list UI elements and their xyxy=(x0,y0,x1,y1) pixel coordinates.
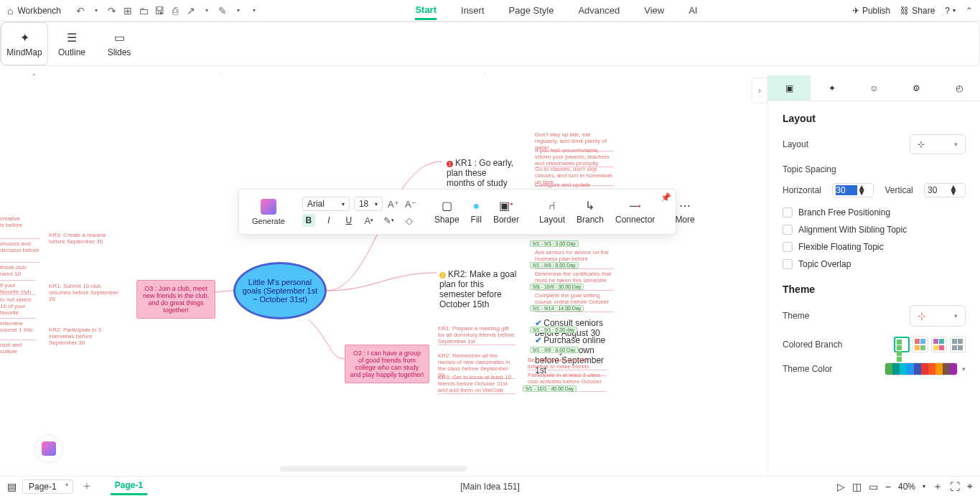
tab-view[interactable]: View xyxy=(644,2,664,19)
new-icon[interactable]: ⊞ xyxy=(121,4,134,17)
central-topic[interactable]: Little M's personal goals (September 1st… xyxy=(233,262,327,319)
vertical-input[interactable] xyxy=(928,185,949,195)
kr-left-1[interactable]: KR1: Submit 10 club resumes before Septe… xyxy=(49,283,121,302)
italic-icon[interactable]: I xyxy=(322,214,335,227)
cb-swatch-2[interactable] xyxy=(913,337,928,352)
node-o2[interactable]: O2 : I can have a group of good friends … xyxy=(345,345,429,383)
o2-kr-2[interactable]: KR3: Get to know at least 10 friends bef… xyxy=(438,374,515,394)
border-button[interactable]: ▣●Border xyxy=(487,200,525,225)
horizontal-scrollbar[interactable] xyxy=(280,466,467,472)
sidetab-history[interactable]: ◴ xyxy=(938,75,980,100)
zoom-value[interactable]: 40% xyxy=(898,482,915,492)
o2-kr-0[interactable]: KR1: Prepare a meeting gift for all dorm… xyxy=(438,325,515,345)
save-icon[interactable]: 🖫 xyxy=(153,4,166,17)
theme-color-strip[interactable] xyxy=(885,362,958,375)
pin-icon[interactable]: 📌 xyxy=(661,192,671,202)
checkbox-icon[interactable] xyxy=(783,259,793,269)
zoom-out-icon[interactable]: − xyxy=(885,481,891,492)
sidetab-ai[interactable]: ✦ xyxy=(811,75,853,100)
zoom-in-icon[interactable]: ＋ xyxy=(933,480,943,493)
ai-fab[interactable] xyxy=(34,434,63,463)
sidetab-emoji[interactable]: ☺ xyxy=(853,75,895,100)
checkbox-icon[interactable] xyxy=(783,225,793,235)
edit-dropdown-icon[interactable]: ▾ xyxy=(232,4,245,17)
tab-insert[interactable]: Insert xyxy=(461,2,485,19)
fullpage-icon[interactable]: ▭ xyxy=(869,481,878,492)
highlight-icon[interactable]: ✎▾ xyxy=(383,214,396,227)
horizontal-spinbox[interactable]: ▲▼ xyxy=(832,183,874,197)
locate-icon[interactable]: ⌖ xyxy=(967,480,973,492)
tab-page-style[interactable]: Page Style xyxy=(509,2,554,19)
present-icon[interactable]: ▷ xyxy=(837,481,845,492)
undo-icon[interactable]: ↶ xyxy=(74,4,87,17)
kr-left-0[interactable]: KR3: Create a resume before September 30 xyxy=(49,232,121,245)
font-family-select[interactable]: Arial▾ xyxy=(302,197,350,211)
fit-icon[interactable]: ⛶ xyxy=(950,481,960,492)
fill-button[interactable]: ●Fill xyxy=(465,200,487,225)
cb-swatch-3[interactable] xyxy=(931,337,947,352)
down-icon[interactable]: ▼ xyxy=(857,190,866,195)
tab-ai[interactable]: AI xyxy=(689,2,697,19)
view-slides[interactable]: ▭Slides xyxy=(95,22,143,65)
collapse-ribbon-icon[interactable]: ⌃ xyxy=(966,6,973,16)
kr2-top[interactable]: 2KR2: Make a goal plan for this semester… xyxy=(439,269,517,309)
check-flexible-floating[interactable]: Flexible Floating Topic xyxy=(783,242,966,252)
font-increase-icon[interactable]: A⁺ xyxy=(387,197,400,210)
font-size-select[interactable]: 18▾ xyxy=(354,197,383,211)
home-button[interactable]: ⌂ Workbench xyxy=(7,5,61,17)
cb-swatch-1[interactable] xyxy=(894,337,910,352)
share-button[interactable]: ⛓Share xyxy=(900,6,935,16)
check-topic-overlap[interactable]: Topic Overlap xyxy=(783,259,966,269)
clear-format-icon[interactable]: ◇ xyxy=(403,214,416,227)
page-select[interactable]: Page-1 xyxy=(22,479,73,494)
underline-icon[interactable]: U xyxy=(342,214,355,227)
tab-advanced[interactable]: Advanced xyxy=(578,2,620,19)
chevron-down-icon[interactable]: ▾ xyxy=(962,365,966,373)
check-branch-free[interactable]: Branch Free Positioning xyxy=(783,207,966,217)
generate-button[interactable]: Generate xyxy=(246,199,291,225)
node-o3[interactable]: O3 : Join a club, meet new friends in th… xyxy=(136,280,215,319)
sidepanel-collapse-button[interactable]: › xyxy=(752,78,767,103)
sidetab-settings[interactable]: ⚙ xyxy=(895,75,938,100)
branch-button[interactable]: ↳Branch xyxy=(571,200,610,225)
export-dropdown-icon[interactable]: ▾ xyxy=(200,4,213,17)
font-color-icon[interactable]: A▾ xyxy=(363,214,375,227)
o2-item-2[interactable]: Be friendly and take the initiative to m… xyxy=(528,357,607,370)
undo-dropdown-icon[interactable]: ▾ xyxy=(90,4,103,17)
checkbox-icon[interactable] xyxy=(783,207,793,217)
horizontal-input[interactable] xyxy=(836,185,857,195)
checkbox-icon[interactable] xyxy=(783,242,793,252)
more-button[interactable]: ⋯More xyxy=(669,200,700,225)
publish-button[interactable]: ✈Publish xyxy=(852,6,890,16)
view-mindmap[interactable]: ✦MindMap xyxy=(1,22,48,65)
layout-button[interactable]: ⑁Layout xyxy=(533,200,571,225)
help-button[interactable]: ?▾ xyxy=(945,6,956,16)
shape-button[interactable]: ▢Shape xyxy=(429,200,465,225)
page-tab[interactable]: Page-1 xyxy=(111,477,147,495)
kr1-item-1[interactable]: If you feel uncomfortable, inform your p… xyxy=(535,147,614,167)
tab-start[interactable]: Start xyxy=(415,1,437,20)
edit-icon[interactable]: ✎ xyxy=(216,4,229,17)
check-alignment[interactable]: Alignment With Sibling Topic xyxy=(783,225,966,235)
export-icon[interactable]: ↗ xyxy=(185,4,197,17)
qat-more-icon[interactable]: ▾ xyxy=(248,4,261,17)
redo-icon[interactable]: ↷ xyxy=(106,4,118,17)
menu-tabs: Start Insert Page Style Advanced View AI xyxy=(266,1,846,20)
view-outline[interactable]: ☰Outline xyxy=(48,22,95,65)
add-page-button[interactable]: ＋ xyxy=(79,479,95,495)
open-icon[interactable]: 🗀 xyxy=(137,4,150,17)
kr-left-2[interactable]: KR2: Participate in 3 interviews before … xyxy=(49,327,121,346)
chevron-down-icon[interactable]: ▾ xyxy=(923,483,925,490)
print-icon[interactable]: ⎙ xyxy=(169,4,182,17)
bold-icon[interactable]: B xyxy=(302,214,315,227)
vertical-spinbox[interactable]: ▲▼ xyxy=(924,183,966,197)
pages-icon[interactable]: ▤ xyxy=(7,481,17,492)
down-icon[interactable]: ▼ xyxy=(949,190,958,195)
cb-swatch-4[interactable] xyxy=(950,337,966,352)
theme-select[interactable]: ⊹ ▾ xyxy=(910,305,966,327)
connector-button[interactable]: ─●Connector xyxy=(610,200,661,225)
panel-icon[interactable]: ◫ xyxy=(852,481,862,492)
layout-select[interactable]: ⊹ ▾ xyxy=(910,134,966,154)
font-decrease-icon[interactable]: A⁻ xyxy=(404,197,417,210)
sidetab-style[interactable]: ▣ xyxy=(768,75,811,100)
